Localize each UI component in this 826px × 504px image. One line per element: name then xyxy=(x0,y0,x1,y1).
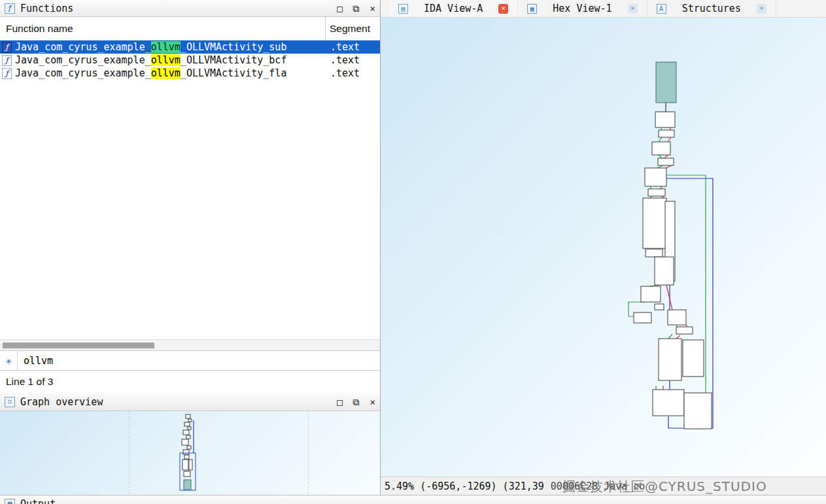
hex-view-icon: ▦ xyxy=(527,4,537,14)
ida-window: ƒ Functions □ ⧉ × Function name Segment … xyxy=(0,0,826,504)
view-tab-bar: ▤ IDA View-A × ▦ Hex View-1 × A Structur… xyxy=(381,0,826,18)
float-button[interactable]: ⧉ xyxy=(353,3,360,14)
graph-overview-minimap[interactable] xyxy=(175,412,201,492)
status-address-text: 00006C28 Java_co xyxy=(551,480,645,492)
tab-label: Structures xyxy=(682,3,741,14)
function-segment: .text xyxy=(325,67,380,79)
search-highlight: ollvm xyxy=(151,41,181,53)
tab-label: Hex View-1 xyxy=(553,3,611,14)
close-button[interactable]: × xyxy=(370,397,375,407)
tab-hex-view-1[interactable]: ▦ Hex View-1 × xyxy=(518,0,647,17)
page-boundary-dotted-line xyxy=(308,411,309,495)
tab-close-icon[interactable]: × xyxy=(498,4,508,14)
left-pane: ƒ Functions □ ⧉ × Function name Segment … xyxy=(0,0,381,495)
function-segment: .text xyxy=(325,54,380,66)
status-text: 5.49% (-6956,-1269) (321,39 xyxy=(385,480,544,492)
structures-icon: A xyxy=(657,4,666,14)
function-name: Java_com_cyrus_example_ollvm_OLLVMActivi… xyxy=(15,54,325,66)
ida-view-icon: ▤ xyxy=(398,4,408,14)
maximize-button[interactable]: □ xyxy=(337,397,342,407)
search-highlight: ollvm xyxy=(151,67,181,79)
column-function-name[interactable]: Function name xyxy=(0,17,325,40)
function-list: ƒ Java_com_cyrus_example_ollvm_OLLVMActi… xyxy=(0,41,380,339)
function-icon: ƒ xyxy=(2,55,12,66)
right-pane: ▤ IDA View-A × ▦ Hex View-1 × A Structur… xyxy=(381,0,826,495)
graph-overview-title: Graph overview xyxy=(20,396,103,408)
output-icon: ▤ xyxy=(5,499,15,504)
line-status: Line 1 of 3 xyxy=(0,371,380,393)
function-segment: .text xyxy=(325,41,380,53)
search-highlight: ollvm xyxy=(151,54,181,66)
column-segment[interactable]: Segment xyxy=(325,17,380,40)
filter-icon[interactable]: ✳ xyxy=(0,355,17,367)
function-list-header: Function name Segment xyxy=(0,17,380,41)
graph-view[interactable] xyxy=(381,18,826,477)
page-boundary-dotted-line xyxy=(129,411,129,495)
maximize-button[interactable]: □ xyxy=(337,3,342,14)
functions-title: Functions xyxy=(20,3,73,14)
tab-label: IDA View-A xyxy=(424,3,483,14)
functions-window-buttons: □ ⧉ × xyxy=(337,3,375,14)
function-icon: ƒ xyxy=(2,68,12,79)
tab-close-icon[interactable]: × xyxy=(628,4,638,14)
control-flow-graph[interactable] xyxy=(381,18,826,477)
function-icon: ƒ xyxy=(2,42,12,53)
graph-overview-icon: ∷ xyxy=(5,397,15,407)
function-name: Java_com_cyrus_example_ollvm_OLLVMActivi… xyxy=(15,67,325,79)
functions-titlebar[interactable]: ƒ Functions □ ⧉ × xyxy=(0,0,380,17)
graph-overview-canvas[interactable] xyxy=(0,411,380,495)
filter-row: ✳ xyxy=(0,351,380,371)
tab-ida-view-a[interactable]: ▤ IDA View-A × xyxy=(389,0,518,17)
close-button[interactable]: × xyxy=(370,3,375,14)
graph-overview-window-buttons: □ ⧉ × xyxy=(337,397,375,407)
scrollbar-thumb[interactable] xyxy=(3,343,154,348)
horizontal-scrollbar[interactable] xyxy=(0,339,380,350)
filter-input[interactable] xyxy=(17,351,380,370)
tab-structures[interactable]: A Structures × xyxy=(647,0,776,17)
tab-close-icon[interactable]: × xyxy=(757,4,766,14)
graph-overview-titlebar[interactable]: ∷ Graph overview □ ⧉ × xyxy=(0,393,380,411)
output-window-titlebar[interactable]: ▤ Output xyxy=(0,495,826,504)
functions-window: ƒ Functions □ ⧉ × Function name Segment … xyxy=(0,0,380,351)
function-name: Java_com_cyrus_example_ollvm_OLLVMActivi… xyxy=(15,41,325,53)
function-row[interactable]: ƒ Java_com_cyrus_example_ollvm_OLLVMActi… xyxy=(0,54,380,67)
float-button[interactable]: ⧉ xyxy=(353,397,360,407)
functions-icon: ƒ xyxy=(5,3,15,14)
function-row[interactable]: ƒ Java_com_cyrus_example_ollvm_OLLVMActi… xyxy=(0,67,380,80)
output-title: Output xyxy=(20,498,56,504)
function-row[interactable]: ƒ Java_com_cyrus_example_ollvm_OLLVMActi… xyxy=(0,41,380,54)
status-bar: 5.49% (-6956,-1269) (321,39 00006C28 Jav… xyxy=(381,477,826,495)
